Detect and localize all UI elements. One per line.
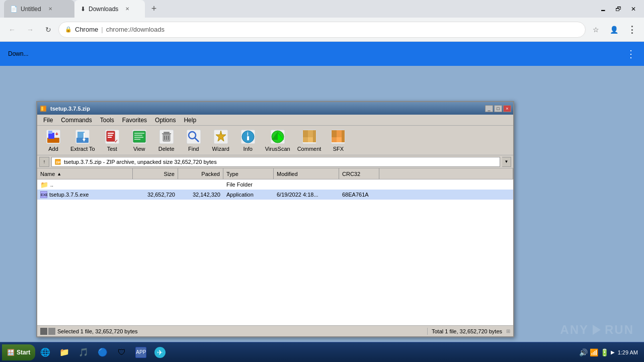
menu-commands[interactable]: Commands [57,116,96,125]
winrar-minimize[interactable]: _ [485,105,493,112]
window-controls: 🗕 🗗 ✕ [597,3,640,16]
col-header-size[interactable]: Size [133,168,178,179]
view-icon [131,129,147,145]
view-label: View [133,146,145,152]
address-input[interactable]: 🔒 Chrome | chrome://downloads [58,22,586,38]
tool-wizard[interactable]: Wizard [208,128,234,153]
tool-add[interactable]: + Add [40,128,66,153]
start-icon: 🪟 [7,349,15,356]
menu-help[interactable]: Help [180,116,200,125]
svg-rect-52 [332,130,337,137]
taskbar-telegram[interactable]: ✈ [151,344,169,360]
minimize-button[interactable]: 🗕 [597,3,610,16]
delete-icon [158,129,175,145]
file-row-exe[interactable]: EXE tsetup.3.7.5.exe 32,652,720 32,142,3… [37,190,513,200]
maximize-button[interactable]: 🗗 [612,3,625,16]
col-crc-label: CRC32 [342,171,360,177]
svg-rect-1 [41,107,43,111]
test-label: Test [107,146,117,152]
svg-rect-48 [303,137,308,142]
svg-rect-22 [134,135,142,136]
svg-rect-16 [108,135,113,136]
svg-rect-53 [337,130,342,137]
col-header-type[interactable]: Type [223,168,274,179]
svg-rect-56 [342,130,345,142]
menu-file[interactable]: File [39,116,57,125]
tool-sfx[interactable]: SFX [325,128,351,153]
tray-arrow[interactable]: ▶ [611,349,615,355]
tray-battery[interactable]: 🔋 [600,348,609,356]
col-header-packed[interactable]: Packed [178,168,223,179]
tray-network[interactable]: 📶 [590,348,598,356]
path-input[interactable]: ZIP tsetup.3.7.5.zip - ZIP archive, unpa… [51,157,500,167]
close-button[interactable]: ✕ [627,3,640,16]
svg-rect-26 [164,132,170,133]
taskbar-app[interactable]: APP [132,344,150,360]
col-header-name[interactable]: Name ▲ [37,168,133,179]
tab-close-downloads[interactable]: ✕ [123,5,131,13]
tool-find[interactable]: Find [181,128,207,153]
file-crc-exe: 68EA761A [339,192,379,198]
tool-test[interactable]: ✓ Test [99,128,125,153]
tab-favicon: 📄 [10,6,18,13]
comment-label: Comment [297,146,321,152]
status-icons [40,328,55,335]
tab-title-downloads: Downloads [89,6,118,13]
downloads-more-button[interactable]: ⋮ [626,48,636,60]
file-row-parent[interactable]: 📁 .. File Folder [37,179,513,190]
file-name-exe: EXE tsetup.3.7.5.exe [37,191,133,198]
file-type-exe: Application [223,192,274,198]
lock-icon: 🔒 [65,26,72,33]
path-up-button[interactable]: ↑ [39,157,49,167]
tool-info[interactable]: i Info [235,128,261,153]
winrar-titlebar: tsetup.3.7.5.zip _ □ × [37,102,513,115]
menu-options[interactable]: Options [151,116,180,125]
taskbar: 🪟 Start 🌐 📁 🎵 🔵 🛡 APP ✈ 🔊 📶 🔋 ▶ 1:29 AM [0,342,644,362]
taskbar-media[interactable]: 🎵 [74,344,93,360]
tool-virusscan[interactable]: VirusScan [262,128,293,153]
tab-untitled[interactable]: 📄 Untitled ✕ [4,0,74,18]
downloads-title: Down... [8,50,29,57]
taskbar-chrome[interactable]: 🔵 [94,344,112,360]
content-area: tsetup.3.7.5.zip _ □ × File Commands Too… [0,66,644,362]
new-tab-button[interactable]: + [147,2,161,16]
taskbar-ie[interactable]: 🌐 [36,344,54,360]
winrar-statusbar: Selected 1 file, 32,652,720 bytes Total … [37,325,513,336]
col-header-crc[interactable]: CRC32 [339,168,379,179]
path-dropdown[interactable]: ▼ [502,157,511,167]
folder-icon: 📁 [40,181,48,189]
taskbar-antivirus[interactable]: 🛡 [113,344,131,360]
file-list: 📁 .. File Folder EXE tse [37,179,513,325]
tool-delete[interactable]: Delete [153,128,180,153]
start-button[interactable]: 🪟 Start [2,344,35,360]
svg-rect-6 [48,131,52,134]
tool-comment[interactable]: Comment [294,128,325,153]
col-type-label: Type [226,171,238,177]
refresh-button[interactable]: ↻ [40,22,56,38]
profile-button[interactable]: 👤 [606,22,622,38]
file-name-parent: 📁 .. [37,181,133,189]
forward-button[interactable]: → [22,22,38,38]
bookmark-button[interactable]: ☆ [588,22,604,38]
file-size-exe: 32,652,720 [133,192,178,198]
col-header-modified[interactable]: Modified [274,168,339,179]
back-button[interactable]: ← [4,22,20,38]
menu-tools[interactable]: Tools [96,116,118,125]
winrar-close[interactable]: × [503,105,511,112]
antivirus-icon: 🛡 [116,347,127,358]
tab-downloads[interactable]: ⬇ Downloads ✕ [74,0,145,18]
more-button[interactable]: ⋮ [624,22,640,38]
tool-extract[interactable]: Extract To [67,128,98,153]
tool-view[interactable]: View [126,128,152,153]
exe-file-icon: EXE [40,191,47,198]
status-icon-1 [40,328,47,335]
system-clock[interactable]: 1:29 AM [618,349,638,355]
find-label: Find [188,146,199,152]
start-label: Start [17,349,30,356]
menu-favorites[interactable]: Favorites [118,116,151,125]
winrar-restore[interactable]: □ [494,105,502,112]
tray-speaker[interactable]: 🔊 [579,348,588,356]
tab-close-untitled[interactable]: ✕ [46,5,54,13]
taskbar-explorer[interactable]: 📁 [55,344,73,360]
telegram-icon: ✈ [154,347,166,358]
